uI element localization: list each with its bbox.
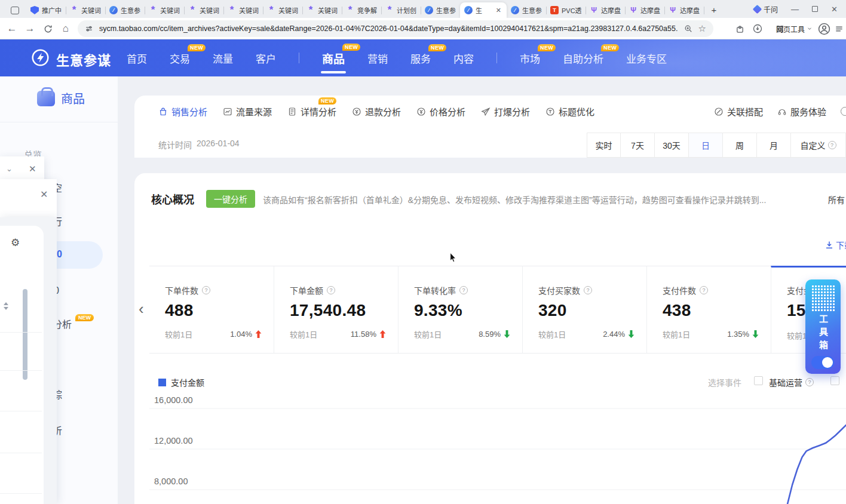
tab-价格分析[interactable]: 价格分析 (416, 105, 465, 118)
date-range-日[interactable]: 日 (689, 133, 723, 158)
nav-item-自助分析[interactable]: 自助分析NEW (563, 51, 603, 66)
nav-item-营销[interactable]: 营销 (367, 51, 388, 66)
profile-avatar-icon[interactable] (818, 18, 830, 39)
browser-tab[interactable]: *关键词 (184, 2, 223, 18)
nav-item-首页[interactable]: 首页 (127, 51, 147, 66)
cards-prev-chevron[interactable]: ‹ (139, 301, 144, 316)
browser-tab[interactable]: *竞争解 (342, 2, 381, 18)
one-click-analyze-button[interactable]: 一键分析 (206, 190, 255, 208)
extensions-puzzle-icon[interactable] (735, 18, 744, 39)
payment-trend-chart[interactable] (149, 394, 846, 504)
link-关联搭配[interactable]: 关联搭配 (714, 105, 763, 118)
forward-icon[interactable]: → (23, 18, 37, 39)
tab-销售分析[interactable]: 销售分析 (158, 105, 207, 118)
new-badge: NEW (342, 44, 360, 51)
help-icon[interactable]: ? (700, 286, 708, 294)
download-tray-icon[interactable] (753, 18, 762, 39)
url-text[interactable]: sycm.taobao.com/cc/item_archives?activeK… (99, 24, 678, 33)
home-icon[interactable]: ⌂ (59, 18, 73, 39)
toolbox-toggle[interactable] (811, 356, 834, 369)
nav-item-客户[interactable]: 客户 (256, 51, 276, 66)
help-icon[interactable]: ? (584, 286, 592, 294)
nav-item-商品[interactable]: 商品NEW (322, 50, 345, 66)
toolbox-widget[interactable]: 工具箱 (805, 279, 841, 374)
zoom-page-icon[interactable] (684, 24, 692, 33)
new-tab-button[interactable]: + (707, 3, 721, 16)
help-icon[interactable]: ? (327, 286, 335, 294)
browser-tab[interactable]: *关键词 (302, 2, 342, 18)
close-icon[interactable]: ✕ (40, 189, 48, 200)
date-range-月[interactable]: 月 (757, 133, 791, 158)
nav-item-业务专区[interactable]: 业务专区 (626, 51, 667, 66)
browser-tab[interactable]: *关键词 (145, 2, 184, 18)
browser-tab[interactable]: ∕生意参 (105, 2, 145, 18)
site-settings-icon[interactable] (85, 24, 93, 33)
gear-icon[interactable]: ⚙ (11, 236, 20, 249)
nav-item-市场[interactable]: 市场NEW (520, 51, 540, 66)
browser-tab[interactable]: *计划创 (381, 2, 421, 18)
tab-title: 关键词 (81, 5, 101, 15)
date-range-7天[interactable]: 7天 (621, 133, 655, 158)
date-range-周[interactable]: 周 (723, 133, 757, 158)
web-tools-menu[interactable]: 网页工具 (776, 18, 813, 39)
url-bar[interactable]: sycm.taobao.com/cc/item_archives?activeK… (78, 20, 713, 37)
browser-tab[interactable] (4, 2, 26, 18)
tab-标题优化[interactable]: 标题优化 (545, 105, 594, 118)
link-服务体验[interactable]: 服务体验 (777, 105, 826, 118)
tab-详情分析[interactable]: 详情分析NEW (287, 105, 336, 118)
brand-title[interactable]: 生意参谋 (56, 50, 111, 69)
asterisk-favicon: * (228, 6, 236, 14)
help-icon[interactable]: ? (202, 286, 210, 294)
tab-close-icon[interactable]: ✕ (495, 7, 502, 14)
window-minimize-button[interactable]: — (791, 5, 799, 14)
bookmark-star-icon[interactable]: ☆ (698, 23, 706, 34)
browser-tab[interactable]: *关键词 (223, 2, 263, 18)
browser-tab[interactable]: *关键词 (66, 2, 105, 18)
new-badge: NEW (538, 44, 556, 51)
nav-item-流量[interactable]: 流量 (213, 51, 233, 66)
browser-tab[interactable]: Ψ达摩盘 (625, 2, 664, 18)
browser-menu-icon[interactable] (835, 18, 844, 39)
metric-card-下单金额[interactable]: 下单金额?17,540.48较前1日11.58% (274, 266, 398, 353)
nav-item-交易[interactable]: 交易NEW (170, 51, 190, 66)
window-maximize-button[interactable] (812, 6, 818, 12)
browser-tab[interactable]: Ψ达摩盘 (586, 2, 625, 18)
browser-tab[interactable]: ∕生意参 (421, 2, 460, 18)
close-icon[interactable]: ✕ (29, 164, 36, 174)
browser-tab[interactable]: Ψ达摩盘 (664, 2, 704, 18)
event-checkbox[interactable] (754, 376, 763, 385)
date-range-30天[interactable]: 30天 (655, 133, 689, 158)
metric-card-支付买家数[interactable]: 支付买家数?320较前1日2.44% (522, 266, 646, 353)
date-range-自定义[interactable]: 自定义? (791, 133, 846, 158)
all-link[interactable]: 所有 (828, 193, 845, 205)
qianwen-assistant-button[interactable]: 千问 (754, 4, 778, 14)
tab-打爆分析[interactable]: 打爆分析 (481, 105, 530, 118)
refresh-icon[interactable] (41, 18, 55, 39)
metric-card-支付件数[interactable]: 支付件数?438较前1日1.35% (646, 266, 771, 353)
event-option-label[interactable]: 基础运营 (769, 376, 802, 388)
nav-item-服务[interactable]: 服务NEW (410, 51, 431, 66)
sort-icon[interactable] (4, 302, 8, 310)
tab-流量来源[interactable]: 流量来源 (223, 105, 272, 118)
browser-tab[interactable]: *关键词 (263, 2, 302, 18)
event-checkbox-2[interactable] (830, 376, 839, 385)
browser-addressbar: ← → ⌂ sycm.taobao.com/cc/item_archives?a… (0, 18, 846, 39)
browser-tab[interactable]: ∕生意参 (507, 2, 546, 18)
sidebar-item-active-partial[interactable]: 0 (57, 249, 62, 260)
active-underline (321, 71, 346, 73)
scrollbar-thumb[interactable] (23, 289, 27, 380)
window-close-button[interactable]: ✕ (831, 5, 838, 14)
back-icon[interactable]: ← (5, 18, 19, 39)
chevron-down-icon[interactable]: ⌄ (6, 164, 13, 173)
metric-card-下单件数[interactable]: 下单件数?488较前1日1.04% (149, 266, 274, 353)
date-range-实时[interactable]: 实时 (587, 133, 621, 158)
help-icon[interactable]: ? (459, 286, 468, 294)
browser-tab[interactable]: ∕生✕ (460, 2, 507, 18)
tab-退款分析[interactable]: 退款分析 (352, 105, 401, 118)
nav-item-内容[interactable]: 内容 (453, 51, 474, 66)
download-link[interactable]: 下载 (825, 239, 846, 251)
metric-card-下单转化率[interactable]: 下单转化率?9.33%较前1日8.59% (398, 266, 522, 353)
help-icon[interactable]: ? (805, 378, 814, 386)
browser-tab[interactable]: TPVC透 (546, 2, 586, 18)
browser-tab[interactable]: 推广中 (26, 2, 66, 18)
